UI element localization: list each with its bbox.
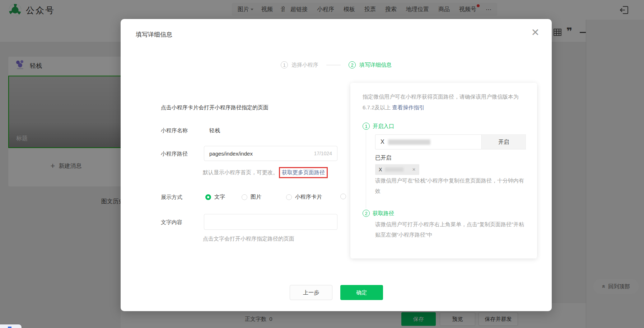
step-connector	[326, 65, 341, 65]
step-connector-line	[366, 132, 366, 208]
step-indicator: 1 选择小程序 2 填写详细信息	[121, 61, 552, 68]
step2-label: 填写详细信息	[359, 62, 392, 68]
display-mode-label: 展示方式	[161, 194, 182, 201]
text-content-label: 文字内容	[161, 219, 182, 226]
enabled-label: 已开启	[375, 155, 391, 161]
wechat-user-value: X	[381, 139, 384, 145]
path-hint-text: 默认显示小程序首页，可更改。	[203, 165, 278, 180]
wechat-user-input[interactable]: X	[375, 134, 482, 149]
fill-details-modal: 填写详细信息 ✕ 1 选择小程序 2 填写详细信息 点击小程序卡片会打开小程序路…	[121, 19, 552, 311]
redacted-tag-blob	[385, 167, 403, 172]
radio-option-text[interactable]: 文字	[205, 194, 225, 200]
panel-intro: 指定微信用户可在小程序获得页面路径，请确保该用户微信版本为6.7.2及以上 查看…	[363, 91, 526, 113]
miniprogram-path-label: 小程序路径	[161, 151, 188, 157]
peek-blue-mark	[8, 327, 11, 328]
radio-option-image[interactable]: 图片	[242, 194, 261, 200]
panel-step2-note: 该微信用户可打开小程序右上角菜单，点击“复制页面路径”并粘贴至左侧“小程序路径”…	[375, 219, 527, 240]
modal-intro-text: 点击小程序卡片会打开小程序路径指定的页面	[161, 104, 269, 111]
wechat-official-account-editor: 公众号 图片 视频 音频 超链接 小程序 模板 投票 搜索 地理位置 商品 视频…	[0, 0, 644, 328]
path-input-value: pages/index/index	[209, 151, 253, 157]
radio-option-card[interactable]: 小程序卡片	[286, 194, 322, 200]
radio-image-label: 图片	[251, 194, 261, 200]
panel-intro-text: 指定微信用户可在小程序获得页面路径，请确保该用户微信版本为6.7.2及以上	[363, 94, 519, 110]
annotation-red-box: 获取更多页面路径	[279, 167, 328, 178]
modal-title: 填写详细信息	[136, 30, 172, 39]
browser-peek-element	[0, 324, 22, 328]
get-more-paths-link[interactable]: 获取更多页面路径	[282, 169, 325, 175]
radio-option-fourth[interactable]	[340, 194, 346, 199]
step2-number: 2	[349, 61, 356, 68]
step1-label: 选择小程序	[291, 62, 318, 68]
step1-number: 1	[281, 61, 288, 68]
panel-step1-number: 1	[363, 123, 370, 130]
radio-unselected-icon[interactable]	[242, 194, 247, 200]
panel-step2-number: 2	[363, 210, 370, 217]
miniprogram-name-value: 轻栈	[209, 127, 220, 134]
path-char-counter: 17/1024	[314, 151, 332, 156]
miniprogram-path-input[interactable]: pages/index/index 17/1024	[204, 146, 337, 161]
radio-selected-icon[interactable]	[205, 194, 211, 200]
panel-step1-heading: 1 开启入口	[363, 123, 394, 130]
tag-value: X	[379, 167, 382, 172]
panel-step2-title: 获取路径	[373, 210, 394, 217]
text-content-hint: 点击文字会打开小程序指定路径的页面	[203, 236, 294, 242]
close-icon[interactable]: ✕	[531, 28, 540, 38]
radio-text-label: 文字	[214, 194, 225, 200]
path-hint-row: 默认显示小程序首页，可更改。 获取更多页面路径	[203, 165, 328, 180]
view-guide-link[interactable]: 查看操作指引	[392, 104, 425, 110]
panel-step1-note: 该微信用户可在“轻栈”小程序中复制任意页面路径，十分钟内有效	[375, 175, 527, 196]
text-content-input[interactable]	[204, 214, 337, 230]
tag-remove-icon[interactable]: ✕	[412, 167, 416, 172]
panel-step2-heading: 2 获取路径	[363, 210, 394, 217]
confirm-button[interactable]: 确定	[340, 285, 383, 300]
radio-unselected-icon[interactable]	[286, 194, 292, 200]
redacted-text-blob	[388, 139, 430, 145]
enable-button[interactable]: 开启	[482, 134, 526, 149]
path-instruction-panel: 指定微信用户可在小程序获得页面路径，请确保该用户微信版本为6.7.2及以上 查看…	[350, 83, 537, 258]
previous-step-button[interactable]: 上一步	[290, 285, 332, 300]
miniprogram-name-label: 小程序名称	[161, 127, 188, 134]
panel-step1-title: 开启入口	[373, 123, 394, 130]
enabled-user-tag: X ✕	[375, 164, 419, 175]
step-select-miniprogram: 1 选择小程序	[281, 61, 318, 68]
radio-card-label: 小程序卡片	[295, 194, 322, 200]
step-fill-details: 2 填写详细信息	[349, 61, 392, 68]
